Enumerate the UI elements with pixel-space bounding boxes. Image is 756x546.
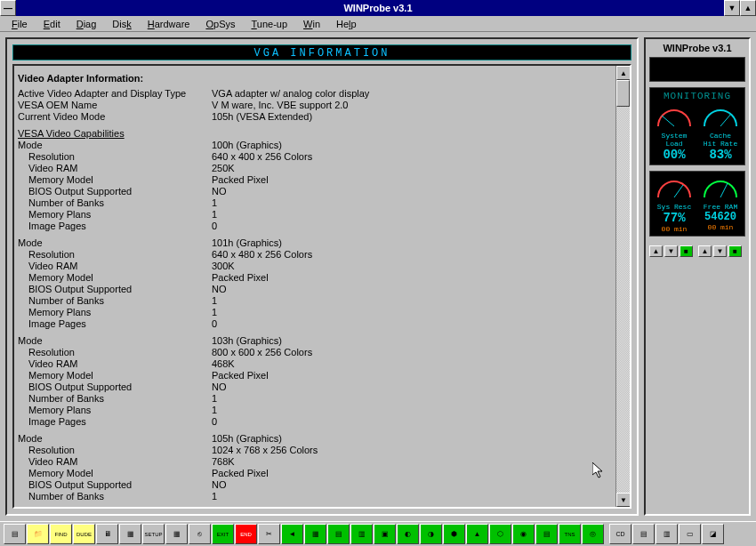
gauge-label: Free RAM: [699, 203, 742, 211]
gauge-value: 83%: [699, 148, 742, 162]
gauge-sub: 00 min: [653, 225, 696, 233]
tb-setup-icon[interactable]: SETUP: [142, 524, 165, 544]
info-value: Packed Pixel: [212, 272, 614, 284]
tb-scissors-icon[interactable]: ✂: [258, 524, 280, 544]
gauge-label: Sys Resc: [653, 203, 696, 211]
scroll-down-button[interactable]: ▼: [616, 493, 631, 507]
tb-chip-icon[interactable]: ▦: [119, 524, 141, 544]
tb-green-5[interactable]: ▣: [374, 524, 396, 544]
ctrl-down-button[interactable]: ▼: [664, 245, 678, 257]
tb-s4-icon[interactable]: ◪: [702, 524, 724, 544]
gauge-free-ram: Free RAM 54620 00 min: [699, 174, 742, 233]
tb-pc-icon[interactable]: 🖥: [96, 524, 118, 544]
info-key: Mode: [18, 140, 212, 151]
tb-sys-icon[interactable]: ▤: [4, 524, 26, 544]
system-menu-icon[interactable]: [0, 0, 16, 16]
tb-green-4[interactable]: ▥: [350, 524, 373, 544]
tb-green-11[interactable]: ◉: [512, 524, 535, 544]
scroll-up-button[interactable]: ▲: [616, 66, 631, 80]
info-row: Mode101h (Graphics): [18, 237, 614, 249]
info-key: Memory Model: [18, 174, 212, 186]
mode-block: Mode103h (Graphics)Resolution800 x 600 x…: [18, 335, 614, 428]
gauge-sys-resc: Sys Resc 77% 00 min: [653, 174, 696, 233]
tb-green-10[interactable]: ⬡: [489, 524, 511, 544]
info-value: 100h (Graphics): [212, 140, 614, 151]
tb-end-icon[interactable]: END: [235, 524, 257, 544]
tb-green-8[interactable]: ⬢: [443, 524, 465, 544]
tb-green-6[interactable]: ◐: [397, 524, 419, 544]
info-row: Number of Banks1: [18, 197, 614, 209]
info-value: 640 x 480 x 256 Colors: [212, 249, 614, 261]
info-row: Mode105h (Graphics): [18, 433, 614, 445]
scroll-track[interactable]: [616, 80, 630, 493]
tb-tns-icon[interactable]: TNS: [559, 524, 581, 544]
tb-grid-icon[interactable]: ▦: [165, 524, 188, 544]
tb-green-12[interactable]: ▤: [535, 524, 558, 544]
menu-file[interactable]: File: [4, 18, 36, 30]
tb-green-7[interactable]: ◑: [420, 524, 442, 544]
menu-edit[interactable]: Edit: [36, 18, 68, 30]
info-key: Resolution: [18, 347, 212, 358]
info-value: 103h (Graphics): [212, 335, 614, 347]
monitoring-heading: MONITORING: [653, 91, 742, 101]
info-row: Video RAM468K: [18, 358, 614, 370]
info-key: Number of Banks: [18, 295, 212, 307]
tb-exit-icon[interactable]: EXIT: [212, 524, 234, 544]
menu-hardware[interactable]: Hardware: [140, 18, 198, 30]
menu-tuneup[interactable]: Tune-up: [243, 18, 295, 30]
scroll-thumb[interactable]: [616, 80, 630, 107]
tb-find-icon[interactable]: FIND: [50, 524, 72, 544]
monitor-box-2: Sys Resc 77% 00 min Free RAM 54620 00 mi…: [649, 171, 745, 237]
info-row: Current Video Mode105h (VESA Extended): [18, 111, 614, 123]
menu-opsys[interactable]: OpSys: [197, 18, 243, 30]
minimize-button[interactable]: ▼: [724, 0, 740, 16]
info-key: Memory Model: [18, 272, 212, 284]
tb-sliders-icon[interactable]: ⎋: [189, 524, 211, 544]
info-key: Video RAM: [18, 358, 212, 370]
gauge-sub: 00 min: [699, 223, 742, 231]
info-row: Memory ModelPacked Pixel: [18, 468, 614, 479]
tb-dude-icon[interactable]: DUDE: [73, 524, 95, 544]
info-value: 1: [212, 502, 614, 503]
tb-speaker-icon[interactable]: ◄: [281, 524, 303, 544]
info-value: 1024 x 768 x 256 Colors: [212, 445, 614, 456]
ctrl-up-button[interactable]: ▲: [649, 245, 663, 257]
section-title: Video Adapter Information:: [18, 73, 614, 84]
ctrl-go-button[interactable]: ■: [728, 245, 742, 257]
info-value: 250K: [212, 163, 614, 174]
info-row: Mode103h (Graphics): [18, 335, 614, 347]
vertical-scrollbar[interactable]: ▲ ▼: [615, 66, 630, 507]
tb-cd-icon[interactable]: CD: [609, 524, 631, 544]
info-key: Memory Plans: [18, 502, 212, 503]
info-value: 1: [212, 295, 614, 307]
tb-s2-icon[interactable]: ▥: [655, 524, 678, 544]
menu-diag[interactable]: Diag: [68, 18, 105, 30]
ctrl-up-button[interactable]: ▲: [698, 245, 712, 257]
ctrl-go-button[interactable]: ■: [680, 245, 693, 257]
info-value: 1: [212, 307, 614, 318]
tb-folder-icon[interactable]: 📁: [27, 524, 49, 544]
gauge-value: 00%: [653, 148, 696, 162]
info-key: BIOS Output Supported: [18, 284, 212, 295]
tb-s1-icon[interactable]: ▤: [632, 524, 655, 544]
toolbar: ▤ 📁 FIND DUDE 🖥 ▦ SETUP ▦ ⎋ EXIT END ✂ ◄…: [0, 521, 756, 546]
tb-green-2[interactable]: ▦: [304, 524, 326, 544]
tb-s3-icon[interactable]: ▭: [679, 524, 701, 544]
menu-disk[interactable]: Disk: [104, 18, 139, 30]
content-area: Video Adapter Information: Active Video …: [12, 64, 631, 509]
info-value: 1: [212, 491, 614, 502]
tb-green-3[interactable]: ▤: [327, 524, 350, 544]
tb-green-9[interactable]: ▲: [466, 524, 488, 544]
info-key: Memory Plans: [18, 307, 212, 318]
maximize-button[interactable]: ▲: [740, 0, 756, 16]
monitor-panel: WINProbe v3.1 MONITORING SystemLoad 00% …: [644, 37, 751, 516]
info-value: 768K: [212, 456, 614, 468]
info-value: 1: [212, 209, 614, 221]
info-row: Memory Plans1: [18, 502, 614, 503]
ctrl-down-button[interactable]: ▼: [713, 245, 727, 257]
info-value: NO: [212, 186, 614, 197]
tb-disc-icon[interactable]: ◎: [582, 524, 604, 544]
menu-win[interactable]: Win: [295, 18, 328, 30]
menu-help[interactable]: Help: [328, 18, 365, 30]
workspace: VGA INFORMATION Video Adapter Informatio…: [0, 32, 756, 521]
